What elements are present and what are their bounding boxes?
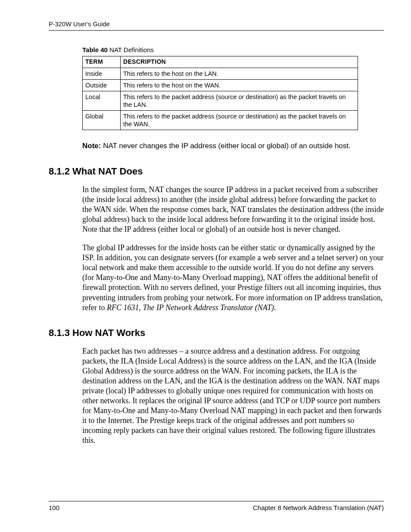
note-label: Note: <box>82 142 101 150</box>
cell-description: This refers to the host on the LAN. <box>121 68 358 79</box>
rfc-title: The IP Network Address Translator (NAT) <box>143 303 274 312</box>
paragraph: In the simplest form, NAT changes the so… <box>82 185 384 234</box>
table-caption: Table 40 NAT Definitions <box>82 46 384 53</box>
table-caption-title: NAT Definitions <box>108 46 154 53</box>
section-812-body: In the simplest form, NAT changes the so… <box>82 185 384 312</box>
page-container: P-320W User's Guide Table 40 NAT Definit… <box>0 0 411 532</box>
col-header-description: DESCRIPTION <box>121 56 358 68</box>
cell-description: This refers to the packet address (sourc… <box>121 91 358 110</box>
cell-term: Inside <box>83 68 121 79</box>
cell-description: This refers to the host on the WAN. <box>121 79 358 91</box>
table-row: Local This refers to the packet address … <box>83 91 358 110</box>
table-block: Table 40 NAT Definitions TERM DESCRIPTIO… <box>82 46 384 151</box>
paragraph: Each packet has two addresses – a source… <box>82 346 384 445</box>
note-text: NAT never changes the IP address (either… <box>101 142 350 150</box>
cell-term: Local <box>83 91 121 110</box>
rfc-reference: RFC 1631 <box>107 303 139 312</box>
cell-term: Global <box>83 111 121 130</box>
paragraph-text: . <box>274 303 276 312</box>
table-caption-number: Table 40 <box>82 46 108 53</box>
table-row: Outside This refers to the host on the W… <box>83 79 358 91</box>
table-row: Inside This refers to the host on the LA… <box>83 68 358 79</box>
table-row: Global This refers to the packet address… <box>83 111 358 130</box>
note-block: Note: NAT never changes the IP address (… <box>82 141 384 151</box>
nat-definitions-table: TERM DESCRIPTION Inside This refers to t… <box>82 56 358 130</box>
section-813-body: Each packet has two addresses – a source… <box>82 346 384 445</box>
running-header: P-320W User's Guide <box>49 21 384 31</box>
chapter-label: Chapter 8 Network Address Translation (N… <box>253 504 384 511</box>
col-header-term: TERM <box>83 56 121 68</box>
paragraph-text: The global IP addresses for the inside h… <box>82 243 383 311</box>
section-heading-813: 8.1.3 How NAT Works <box>49 327 384 339</box>
section-heading-812: 8.1.2 What NAT Does <box>49 166 384 177</box>
cell-term: Outside <box>83 79 121 91</box>
table-header-row: TERM DESCRIPTION <box>83 56 358 68</box>
paragraph: The global IP addresses for the inside h… <box>82 243 384 312</box>
page-number: 100 <box>49 504 59 511</box>
page-footer: 100 Chapter 8 Network Address Translatio… <box>49 501 384 511</box>
cell-description: This refers to the packet address (sourc… <box>121 111 358 130</box>
